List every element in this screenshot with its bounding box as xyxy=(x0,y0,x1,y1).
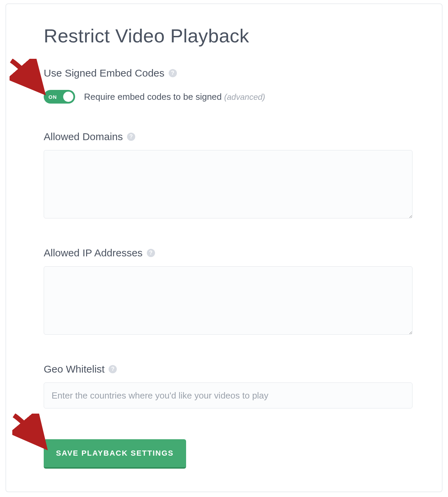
geo-whitelist-label-text: Geo Whitelist xyxy=(44,363,104,375)
page-title: Restrict Video Playback xyxy=(44,25,411,47)
geo-whitelist-label: Geo Whitelist ? xyxy=(44,363,411,375)
help-icon[interactable]: ? xyxy=(169,69,177,77)
geo-whitelist-block: Geo Whitelist ? xyxy=(44,363,411,408)
allowed-domains-label-text: Allowed Domains xyxy=(44,131,123,143)
advanced-hint: (advanced) xyxy=(224,92,265,102)
allowed-ips-label-text: Allowed IP Addresses xyxy=(44,247,143,259)
help-icon[interactable]: ? xyxy=(127,133,135,141)
save-playback-settings-button[interactable]: SAVE PLAYBACK SETTINGS xyxy=(44,439,186,469)
signed-embed-description: Require embed codes to be signed (advanc… xyxy=(84,92,265,102)
geo-whitelist-input[interactable] xyxy=(44,382,412,408)
toggle-state-label: ON xyxy=(48,94,57,100)
signed-embed-toggle[interactable]: ON xyxy=(44,90,75,104)
playback-settings-panel: Restrict Video Playback Use Signed Embed… xyxy=(5,3,443,492)
help-icon[interactable]: ? xyxy=(109,365,117,373)
allowed-ips-block: Allowed IP Addresses ? xyxy=(44,247,411,336)
signed-embed-label: Use Signed Embed Codes ? xyxy=(44,67,411,79)
toggle-knob xyxy=(63,92,73,102)
allowed-domains-label: Allowed Domains ? xyxy=(44,131,411,143)
signed-embed-desc-text: Require embed codes to be signed xyxy=(84,92,222,102)
signed-embed-label-text: Use Signed Embed Codes xyxy=(44,67,165,79)
signed-embed-toggle-row: ON Require embed codes to be signed (adv… xyxy=(44,90,411,104)
allowed-domains-block: Allowed Domains ? xyxy=(44,131,411,220)
help-icon[interactable]: ? xyxy=(147,249,155,257)
allowed-ips-label: Allowed IP Addresses ? xyxy=(44,247,411,259)
allowed-ips-textarea[interactable] xyxy=(44,266,412,335)
allowed-domains-textarea[interactable] xyxy=(44,150,412,218)
